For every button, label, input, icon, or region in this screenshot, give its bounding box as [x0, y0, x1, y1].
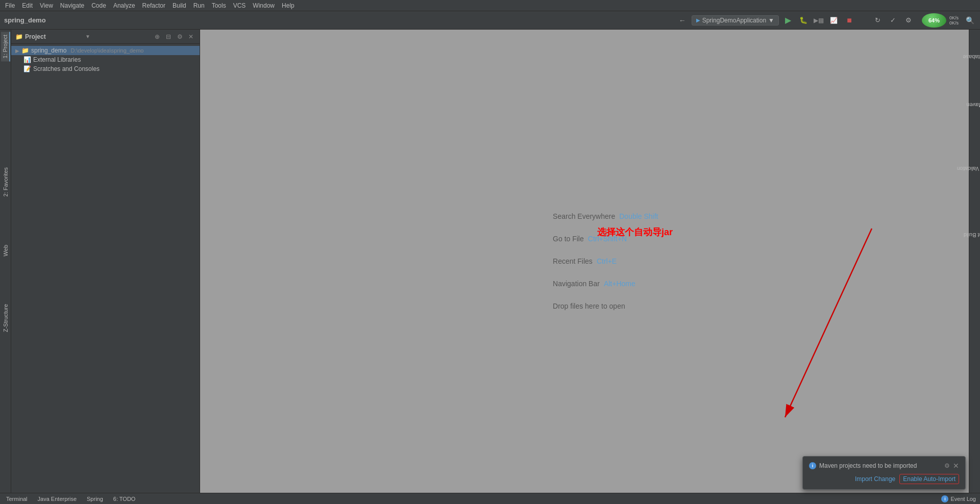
hint-search-label: Search Everywhere [553, 212, 615, 220]
hint-drop-files: Drop files here to open [553, 302, 658, 310]
annotation-arrow [760, 223, 923, 438]
network-indicator: 64% [922, 13, 946, 28]
lib-icon: 📊 [23, 56, 31, 63]
git-update-button[interactable]: ↻ [872, 14, 884, 27]
network-speeds: 0K/s 0K/s [949, 15, 959, 26]
menu-window[interactable]: Window [250, 1, 278, 10]
menu-file[interactable]: File [2, 1, 18, 10]
panel-close-button[interactable]: ✕ [186, 32, 195, 41]
menu-refactor[interactable]: Refactor [139, 1, 168, 10]
network-down: 0K/s [949, 20, 959, 26]
toolbar: spring_demo ← ▶ SpringDemoApplication ▼ … [0, 11, 980, 30]
right-tab-database[interactable]: Database [960, 53, 980, 61]
editor-area: Search Everywhere Double Shift Go to Fil… [200, 30, 969, 493]
search-everywhere-button[interactable]: 🔍 [964, 14, 976, 27]
menu-run[interactable]: Run [190, 1, 208, 10]
bottom-tab-terminal[interactable]: Terminal [4, 495, 30, 503]
hint-recent-files: Recent Files Ctrl+E [553, 257, 658, 265]
main-layout: 1: Project 2: Favorites Web Z-Structure … [0, 30, 980, 493]
network-up: 0K/s [949, 15, 959, 20]
hint-nav-label: Navigation Bar [553, 280, 600, 288]
debug-button[interactable]: 🐛 [797, 14, 810, 27]
panel-settings-button[interactable]: ⚙ [175, 32, 184, 41]
event-log-label: Event Log [950, 496, 976, 502]
sidebar-tab-project[interactable]: 1: Project [1, 32, 10, 61]
sidebar-tab-web[interactable]: Web [2, 242, 10, 259]
bottom-bar: Terminal Java Enterprise Spring 6: TODO … [0, 493, 980, 504]
commit-button[interactable]: ✓ [887, 14, 899, 27]
stop-button[interactable]: ■ [843, 14, 855, 27]
maven-popup-settings-icon[interactable]: ⚙ [944, 462, 950, 469]
right-tab-maven[interactable]: Maven [963, 101, 980, 109]
tree-arrow-icon: ▶ [15, 48, 19, 54]
tree-scratches-label: Scratches and Consoles [33, 65, 100, 72]
menu-view[interactable]: View [37, 1, 56, 10]
network-percent: 64% [928, 17, 940, 23]
hint-search-shortcut: Double Shift [619, 212, 658, 220]
run-button[interactable]: ▶ [782, 14, 794, 27]
collapse-all-button[interactable]: ⊟ [164, 32, 173, 41]
run-config-selector[interactable]: ▶ SpringDemoApplication ▼ [692, 15, 779, 26]
left-sidebar-tabs: 1: Project 2: Favorites Web Z-Structure [0, 30, 11, 493]
bottom-tab-java-enterprise[interactable]: Java Enterprise [36, 495, 79, 503]
menu-analyze[interactable]: Analyze [110, 1, 138, 10]
right-tab-bean-validation[interactable]: Bean Validation [954, 165, 980, 172]
import-change-button[interactable]: Import Change [855, 475, 895, 483]
bottom-tab-spring[interactable]: Spring [85, 495, 105, 503]
settings-button[interactable]: ⚙ [902, 14, 915, 27]
tree-root-label: spring_demo [31, 47, 66, 54]
menu-code[interactable]: Code [88, 1, 109, 10]
menu-bar: File Edit View Navigate Code Analyze Ref… [0, 0, 980, 11]
maven-popup: i Maven projects need to be imported ⚙ ✕… [802, 456, 966, 490]
menu-build[interactable]: Build [169, 1, 189, 10]
right-sidebar-tabs: Database Maven Bean Validation Ant Build [969, 30, 980, 493]
hint-recent-label: Recent Files [553, 257, 593, 265]
run-config-label: SpringDemoApplication [702, 17, 766, 24]
coverage-button[interactable]: ▶▩ [813, 14, 825, 27]
project-tree: ▶ 📁 spring_demo D:\develop\idea\spring_d… [11, 44, 200, 493]
bottom-tab-todo[interactable]: 6: TODO [111, 495, 138, 503]
project-panel-header: 📁 Project ▼ ⊕ ⊟ ⚙ ✕ [11, 30, 200, 44]
sidebar-tab-favorites[interactable]: 2: Favorites [2, 164, 10, 199]
menu-tools[interactable]: Tools [209, 1, 229, 10]
menu-navigate[interactable]: Navigate [57, 1, 87, 10]
hint-search-everywhere: Search Everywhere Double Shift [553, 212, 658, 220]
menu-vcs[interactable]: VCS [230, 1, 249, 10]
tree-scratches[interactable]: 📝 Scratches and Consoles [11, 64, 200, 73]
sidebar-tab-structure[interactable]: Z-Structure [2, 301, 10, 335]
tree-root-item[interactable]: ▶ 📁 spring_demo D:\develop\idea\spring_d… [11, 46, 200, 55]
project-title: spring_demo [4, 16, 46, 24]
right-tab-ant-build[interactable]: Ant Build [960, 231, 980, 239]
hint-drop-label: Drop files here to open [553, 302, 625, 310]
hint-navigation-bar: Navigation Bar Alt+Home [553, 280, 658, 288]
tree-external-libraries-label: External Libraries [33, 56, 81, 63]
maven-popup-title: Maven projects need to be imported [819, 462, 941, 469]
maven-popup-info-icon: i [809, 462, 816, 469]
back-button[interactable]: ← [676, 14, 689, 27]
maven-popup-actions: Import Change Enable Auto-Import [809, 474, 959, 484]
tree-root-path: D:\develop\idea\spring_demo [70, 47, 143, 54]
folder-icon: 📁 [21, 47, 29, 54]
chinese-annotation: 选择这个自动导jar [597, 226, 673, 238]
hint-nav-shortcut: Alt+Home [604, 280, 635, 288]
event-log-icon: i [941, 495, 948, 502]
hint-goto-label: Go to File [553, 235, 584, 243]
svg-line-1 [785, 229, 872, 417]
menu-help[interactable]: Help [279, 1, 298, 10]
event-log-button[interactable]: i Event Log [941, 495, 976, 502]
locate-file-button[interactable]: ⊕ [153, 32, 162, 41]
tree-external-libraries[interactable]: 📊 External Libraries [11, 55, 200, 64]
scratch-icon: 📝 [23, 65, 31, 72]
hint-recent-shortcut: Ctrl+E [597, 257, 617, 265]
profiler-button[interactable]: 📈 [828, 14, 840, 27]
maven-popup-header: i Maven projects need to be imported ⚙ ✕ [809, 462, 959, 470]
project-panel: 📁 Project ▼ ⊕ ⊟ ⚙ ✕ ▶ 📁 spring_demo D:\d… [11, 30, 200, 493]
menu-edit[interactable]: Edit [19, 1, 36, 10]
maven-popup-close-button[interactable]: ✕ [953, 462, 959, 470]
run-config-dropdown-icon: ▼ [768, 17, 774, 24]
project-panel-title: Project [25, 33, 83, 40]
enable-auto-import-button[interactable]: Enable Auto-Import [899, 474, 959, 484]
